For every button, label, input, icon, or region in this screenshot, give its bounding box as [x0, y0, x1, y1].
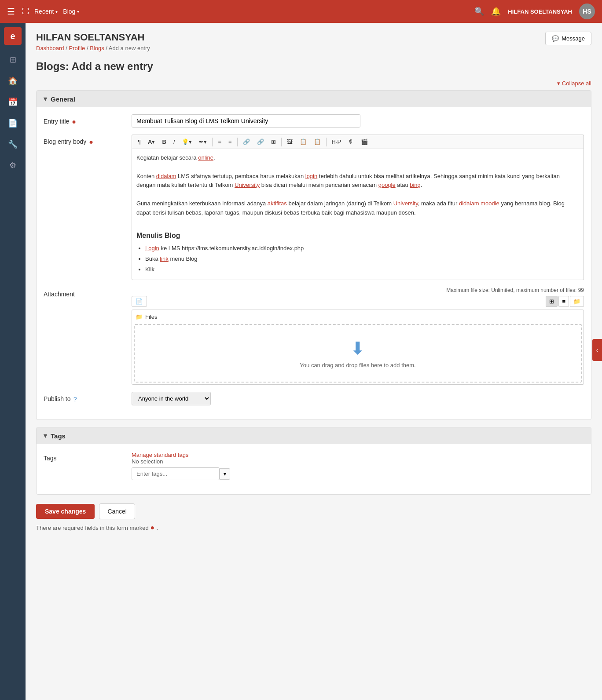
file-manager-header: 📁 Files — [134, 312, 582, 322]
sidebar: e ⊞ 🏠 📅 📄 🔧 ⚙ — [0, 23, 26, 700]
tags-input[interactable] — [132, 467, 220, 480]
toolbar-font[interactable]: A▾ — [145, 137, 158, 147]
blog-nav-link[interactable]: Blog ▾ — [63, 8, 79, 15]
toolbar-sep-2 — [237, 138, 238, 146]
toolbar-italic[interactable]: I — [170, 137, 178, 147]
profile-header: HILFAN SOELTANSYAH Dashboard / Profile /… — [36, 32, 591, 51]
hamburger-icon[interactable]: ☰ — [7, 6, 15, 17]
toolbar-format1[interactable]: 💡▾ — [179, 137, 195, 147]
tags-label: Tags — [44, 451, 132, 462]
collapse-all-bar: ▾ Collapse all — [36, 80, 591, 87]
main-content: HILFAN SOELTANSYAH Dashboard / Profile /… — [26, 23, 602, 700]
folder-icon: 📁 — [136, 314, 143, 320]
toolbar-video[interactable]: 🎬 — [358, 137, 371, 147]
attachment-info: Maximum file size: Unlimited, maximum nu… — [132, 287, 584, 293]
attachment-field: Maximum file size: Unlimited, maximum nu… — [132, 287, 584, 385]
tags-section-body: Tags Manage standard tags No selection ▾ — [37, 444, 591, 494]
message-button[interactable]: 💬 Message — [545, 32, 591, 45]
sidebar-item-settings[interactable]: 🔧 — [3, 135, 22, 154]
general-section-header[interactable]: ▾ General — [37, 91, 591, 107]
blog-body-label-text: Blog entry body — [44, 138, 86, 145]
cancel-button[interactable]: Cancel — [99, 503, 135, 519]
toolbar-unlink[interactable]: 🔗 — [254, 137, 267, 147]
drop-zone-text: You can drag and drop files here to add … — [148, 362, 568, 368]
editor-heading: Menulis Blog — [136, 230, 579, 241]
view-list-button[interactable]: ≡ — [558, 296, 569, 307]
sidebar-item-dashboard[interactable]: ⊞ — [3, 50, 22, 69]
toolbar-format2[interactable]: ✒▾ — [196, 137, 210, 147]
sidebar-item-files[interactable]: 📄 — [3, 113, 22, 133]
tags-collapse-arrow: ▾ — [44, 432, 47, 440]
tags-field: Manage standard tags No selection ▾ — [132, 451, 584, 480]
profile-name: HILFAN SOELTANSYAH — [36, 32, 150, 43]
form-actions: Save changes Cancel — [36, 503, 591, 519]
toolbar-special[interactable]: 📋 — [311, 137, 324, 147]
recent-nav-link[interactable]: Recent ▾ — [34, 8, 58, 15]
breadcrumb-profile[interactable]: Profile — [69, 45, 85, 51]
files-label: Files — [145, 314, 157, 320]
tags-input-row: ▾ — [132, 467, 584, 480]
blog-body-label: Blog entry body ● — [44, 135, 132, 146]
drop-zone[interactable]: ⬇ You can drag and drop files here to ad… — [134, 324, 582, 383]
manage-tags-link[interactable]: Manage standard tags — [132, 452, 188, 458]
general-collapse-arrow: ▾ — [44, 95, 47, 103]
toolbar-bold[interactable]: B — [159, 137, 169, 147]
required-note: There are required fields in this form m… — [36, 524, 591, 532]
view-grid-button[interactable]: ⊞ — [546, 296, 558, 307]
file-manager: 📁 Files ⬇ You can drag and drop files he… — [132, 310, 584, 385]
page-title: Blogs: Add a new entry — [36, 60, 591, 73]
tags-dropdown-button[interactable]: ▾ — [220, 468, 230, 480]
entry-title-required-icon: ● — [72, 118, 76, 126]
save-button[interactable]: Save changes — [36, 504, 95, 519]
tags-section-header[interactable]: ▾ Tags — [37, 427, 591, 444]
attachment-toolbar: 📄 ⊞ ≡ 📁 — [132, 296, 584, 307]
tags-row: Tags Manage standard tags No selection ▾ — [44, 451, 584, 480]
bell-icon[interactable]: 🔔 — [491, 7, 501, 16]
toolbar-table[interactable]: 📋 — [297, 137, 310, 147]
toolbar-sep-3 — [281, 138, 282, 146]
sidebar-toggle-right[interactable]: ‹ — [592, 339, 602, 361]
entry-title-label-text: Entry title — [44, 118, 69, 125]
add-file-button[interactable]: 📄 — [132, 296, 147, 307]
expand-icon[interactable]: ⛶ — [22, 7, 29, 15]
publish-label-text: Publish to — [44, 395, 70, 402]
search-icon[interactable]: 🔍 — [474, 7, 484, 16]
breadcrumb-blogs[interactable]: Blogs — [90, 45, 104, 51]
publish-help-icon[interactable]: ? — [73, 395, 77, 403]
sidebar-item-home[interactable]: 🏠 — [3, 71, 22, 91]
collapse-all-link[interactable]: ▾ Collapse all — [557, 80, 591, 87]
entry-title-input[interactable] — [132, 114, 360, 128]
toolbar-embed[interactable]: ⊞ — [268, 137, 279, 147]
toolbar-paragraph[interactable]: ¶ — [135, 137, 144, 147]
publish-to-row: Publish to ? Anyone in the world Yoursel… — [44, 392, 584, 405]
publish-to-label: Publish to ? — [44, 392, 132, 403]
toolbar-h5p[interactable]: H·P — [329, 137, 345, 147]
entry-title-row: Entry title ● — [44, 114, 584, 128]
message-label: Message — [562, 35, 585, 42]
breadcrumb-dashboard[interactable]: Dashboard — [36, 45, 64, 51]
sidebar-item-calendar[interactable]: 📅 — [3, 92, 22, 112]
tags-section-title: Tags — [51, 432, 66, 440]
recent-dropdown-arrow: ▾ — [55, 9, 58, 14]
publish-to-select[interactable]: Anyone in the world Yourself (draft) Any… — [132, 392, 211, 405]
attachment-label: Attachment — [44, 287, 132, 298]
avatar[interactable]: HS — [579, 4, 595, 19]
blog-body-row: Blog entry body ● ¶ A▾ B I 💡▾ ✒▾ ≡ ≡ — [44, 135, 584, 280]
general-section-title: General — [51, 95, 75, 103]
toolbar-image[interactable]: 🖼 — [284, 137, 296, 147]
sidebar-item-advanced[interactable]: ⚙ — [3, 156, 22, 175]
message-icon: 💬 — [552, 35, 559, 42]
blog-body-required-icon: ● — [89, 138, 93, 146]
editor-toolbar: ¶ A▾ B I 💡▾ ✒▾ ≡ ≡ 🔗 🔗 ⊞ � — [132, 135, 584, 149]
toolbar-link[interactable]: 🔗 — [240, 137, 253, 147]
toolbar-sep-1 — [212, 138, 213, 146]
editor-body[interactable]: Kegiatan belajar secara online. Konten d… — [132, 149, 584, 280]
view-folder-button[interactable]: 📁 — [570, 296, 584, 307]
drop-icon: ⬇ — [148, 338, 568, 358]
toolbar-ol[interactable]: ≡ — [225, 137, 235, 147]
toolbar-ul[interactable]: ≡ — [215, 137, 224, 147]
toolbar-audio[interactable]: 🎙 — [345, 137, 357, 147]
top-navbar: ☰ ⛶ Recent ▾ Blog ▾ 🔍 🔔 HILFAN SOELTANSY… — [0, 0, 602, 23]
blog-dropdown-arrow: ▾ — [77, 9, 79, 14]
tags-section: ▾ Tags Tags Manage standard tags No sele… — [36, 427, 591, 495]
